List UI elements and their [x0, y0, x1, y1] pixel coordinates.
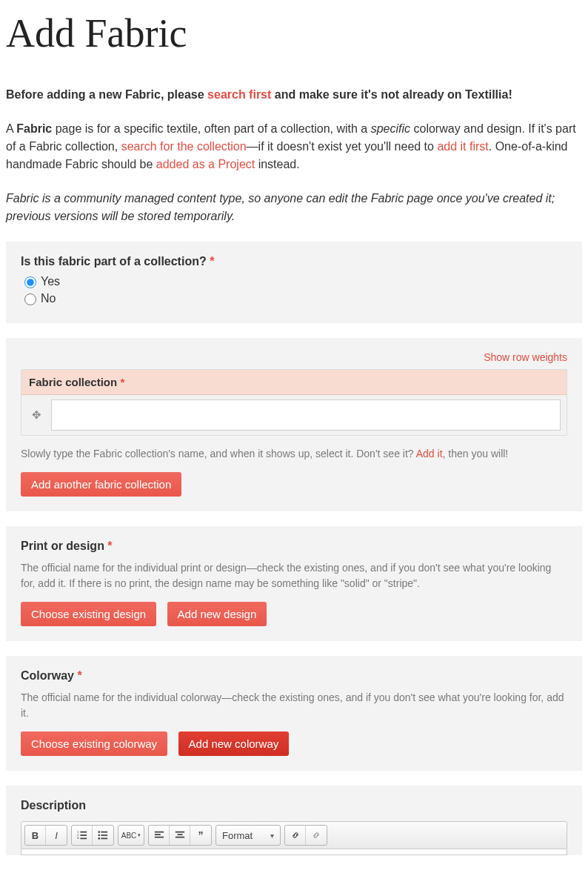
fabric-collection-header: Fabric collection *	[21, 370, 567, 395]
svg-rect-14	[154, 837, 163, 838]
radio-no[interactable]	[24, 293, 36, 305]
required-marker: *	[107, 540, 112, 552]
svg-rect-1	[80, 834, 87, 836]
fabric-collection-help: Slowly type the Fabric collection's name…	[21, 446, 567, 462]
italic-icon[interactable]: I	[46, 826, 67, 845]
colorway-label: Colorway *	[21, 669, 567, 683]
intro-p2-t6: instead.	[255, 158, 299, 170]
print-design-label: Print or design *	[21, 540, 567, 553]
collection-question-text: Is this fabric part of a collection?	[21, 255, 207, 268]
unlink-icon[interactable]	[306, 826, 327, 845]
format-dropdown[interactable]: Format ▾	[216, 825, 281, 846]
show-row-weights-link[interactable]: Show row weights	[484, 351, 567, 363]
intro-p2-italic1: specific	[371, 122, 410, 135]
chevron-down-icon: ▾	[270, 832, 274, 840]
radio-yes-label: Yes	[41, 275, 60, 288]
colorway-panel: Colorway * The official name for the ind…	[6, 656, 582, 771]
print-design-help: The official name for the individual pri…	[21, 560, 567, 591]
radio-no-row[interactable]: No	[21, 291, 567, 305]
ordered-list-icon[interactable]: 123	[72, 826, 93, 845]
intro-p2-bold1: Fabric	[16, 122, 52, 135]
svg-rect-0	[80, 832, 87, 833]
intro-p3: Fabric is a community managed content ty…	[6, 190, 582, 225]
add-it-link[interactable]: Add it	[416, 448, 443, 459]
search-collection-link[interactable]: search for the collection	[121, 140, 247, 153]
fabric-collection-input[interactable]	[51, 399, 561, 431]
svg-point-8	[98, 837, 100, 840]
fabric-collection-header-text: Fabric collection	[29, 376, 117, 388]
svg-point-6	[98, 831, 100, 833]
intro-p2-t2: page is for a specific textile, often pa…	[52, 122, 370, 135]
collection-question-panel: Is this fabric part of a collection? * Y…	[6, 242, 582, 323]
colorway-help: The official name for the individual col…	[21, 690, 567, 721]
svg-rect-12	[154, 832, 163, 833]
svg-rect-13	[154, 834, 160, 835]
description-label: Description	[21, 799, 567, 812]
required-marker: *	[210, 255, 214, 268]
align-center-icon[interactable]	[170, 826, 190, 845]
add-new-colorway-button[interactable]: Add new colorway	[178, 731, 290, 756]
svg-text:3: 3	[77, 836, 79, 840]
search-first-link[interactable]: search first	[207, 88, 271, 101]
toolbar-group-link	[284, 825, 327, 846]
intro-p1-after: and make sure it's not already on Textil…	[271, 88, 512, 101]
spellcheck-icon[interactable]: ABC▾	[118, 826, 144, 845]
svg-rect-17	[175, 837, 184, 838]
fabric-collection-help-before: Slowly type the Fabric collection's name…	[21, 448, 416, 459]
radio-yes-row[interactable]: Yes	[21, 274, 567, 288]
intro-p2-t1: A	[6, 122, 16, 135]
svg-rect-16	[177, 834, 182, 835]
fabric-collection-row: ✥	[21, 395, 567, 435]
align-left-icon[interactable]	[149, 826, 170, 845]
svg-rect-9	[101, 832, 107, 833]
radio-yes[interactable]	[24, 276, 36, 288]
page-title: Add Fabric	[6, 10, 582, 56]
add-another-collection-button[interactable]: Add another fabric collection	[21, 472, 181, 497]
show-row-weights-wrap: Show row weights	[21, 351, 567, 363]
fabric-collection-panel: Show row weights Fabric collection * ✥ S…	[6, 338, 582, 511]
svg-rect-15	[175, 832, 184, 833]
editor-toolbar: B I 123 ABC▾ ” Format ▾	[21, 821, 567, 849]
drag-handle-icon[interactable]: ✥	[21, 408, 51, 422]
svg-rect-2	[80, 838, 87, 840]
radio-no-label: No	[41, 292, 56, 305]
required-marker: *	[77, 669, 81, 682]
toolbar-group-textstyle: B I	[24, 825, 67, 846]
choose-existing-design-button[interactable]: Choose existing design	[21, 602, 156, 626]
toolbar-group-align: ”	[148, 825, 212, 846]
add-first-link[interactable]: add it first	[437, 140, 488, 153]
description-panel: Description B I 123 ABC▾ ”	[6, 786, 582, 855]
required-marker: *	[120, 376, 124, 388]
format-dropdown-label: Format	[222, 830, 253, 841]
intro-p1-before: Before adding a new Fabric, please	[6, 88, 207, 101]
add-as-project-link[interactable]: added as a Project	[156, 158, 255, 170]
blockquote-icon[interactable]: ”	[190, 826, 211, 845]
choose-existing-colorway-button[interactable]: Choose existing colorway	[21, 731, 167, 756]
toolbar-group-lists: 123	[71, 825, 114, 846]
add-new-design-button[interactable]: Add new design	[167, 602, 267, 626]
svg-rect-11	[101, 838, 107, 840]
collection-question-label: Is this fabric part of a collection? *	[21, 255, 567, 268]
fabric-collection-table: Fabric collection * ✥	[21, 369, 567, 436]
toolbar-group-spellcheck: ABC▾	[118, 825, 144, 846]
fabric-collection-help-after: , then you will!	[443, 448, 509, 459]
intro-p2: A Fabric page is for a specific textile,…	[6, 120, 582, 173]
intro-p1: Before adding a new Fabric, please searc…	[6, 86, 582, 104]
svg-point-7	[98, 834, 100, 837]
print-design-label-text: Print or design	[21, 540, 104, 552]
svg-rect-10	[101, 834, 107, 836]
editor-body[interactable]	[21, 849, 567, 855]
bold-icon[interactable]: B	[25, 826, 46, 845]
fabric-collection-input-wrap	[51, 399, 561, 431]
print-design-panel: Print or design * The official name for …	[6, 526, 582, 641]
colorway-label-text: Colorway	[21, 669, 74, 682]
link-icon[interactable]	[285, 826, 306, 845]
unordered-list-icon[interactable]	[93, 826, 113, 845]
intro-block: Before adding a new Fabric, please searc…	[6, 86, 582, 225]
intro-p2-t4: —if it doesn't exist yet you'll need to	[247, 140, 438, 153]
